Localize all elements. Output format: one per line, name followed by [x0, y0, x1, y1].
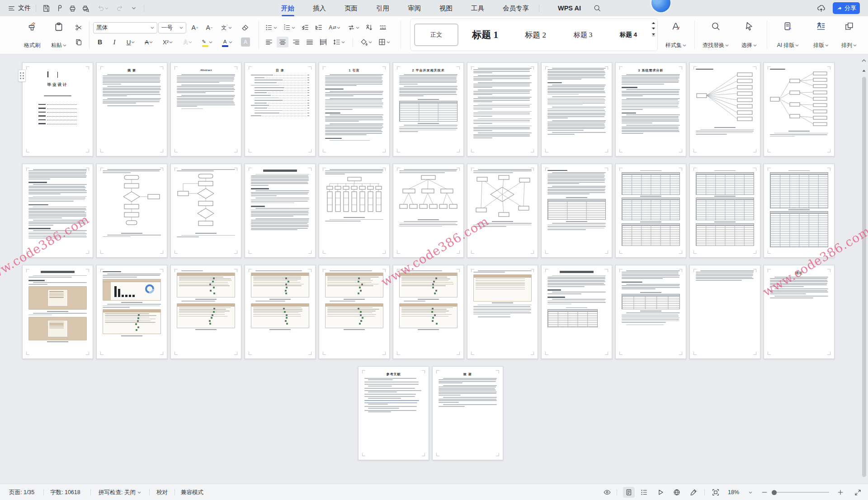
page-thumbnail-28[interactable] [393, 265, 464, 359]
decrease-font-button[interactable]: A− [203, 22, 215, 33]
outline-view-icon[interactable] [638, 487, 650, 498]
tab-wps-ai[interactable]: WPS AI [548, 0, 581, 16]
tab-引用[interactable]: 引用 [376, 0, 389, 16]
save-icon[interactable] [41, 3, 52, 13]
page-thumbnail-26[interactable] [245, 265, 316, 359]
tab-页面[interactable]: 页面 [344, 0, 358, 16]
increase-indent-button[interactable] [313, 22, 325, 33]
page-thumbnail-1[interactable]: 毕业设计 [22, 62, 93, 156]
align-left-button[interactable] [263, 37, 275, 47]
font-name-select[interactable]: 黑体 [93, 22, 157, 33]
web-view-icon[interactable] [671, 487, 683, 498]
undo-icon[interactable] [95, 3, 110, 13]
page-thumbnail-19[interactable] [541, 164, 612, 258]
page-thumbnail-9[interactable]: 3 系统需求分析 [615, 62, 686, 156]
find-replace-button[interactable]: 查找替换 [698, 19, 733, 52]
page-thumbnail-14[interactable] [170, 164, 241, 258]
decrease-indent-button[interactable] [299, 22, 311, 33]
underline-button[interactable]: U [123, 37, 138, 47]
ink-icon[interactable] [688, 487, 699, 498]
tab-开始[interactable]: 开始 [281, 0, 294, 16]
zoom-level[interactable]: 18% [728, 484, 739, 500]
text-effect-button[interactable]: A [180, 37, 195, 47]
tab-插入[interactable]: 插入 [313, 0, 326, 16]
fit-page-icon[interactable] [710, 487, 722, 498]
page-thumbnail-20[interactable] [615, 164, 686, 258]
fullscreen-icon[interactable] [852, 487, 863, 498]
vertical-scrollbar-thumb[interactable] [862, 77, 866, 477]
increase-font-button[interactable]: A+ [189, 22, 201, 33]
style-item-heading3[interactable]: 标题 3 [559, 31, 607, 39]
tab-视图[interactable]: 视图 [439, 0, 453, 16]
page-thumbnail-13[interactable] [96, 164, 167, 258]
page-thumbnail-18[interactable] [467, 164, 538, 258]
page-thumbnail-30[interactable] [541, 265, 612, 359]
clear-format-button[interactable] [239, 22, 251, 33]
quick-access-more-icon[interactable] [128, 3, 139, 13]
paste-button[interactable]: 粘贴 [47, 19, 71, 52]
word-count[interactable]: 字数: 10618 [50, 484, 80, 500]
page-thumbnail-7[interactable] [467, 62, 538, 156]
format-painter-button[interactable]: 格式刷 [19, 19, 45, 52]
italic-button[interactable]: I [108, 37, 120, 47]
page-thumbnail-21[interactable] [689, 164, 760, 258]
page-thumbnail-2[interactable]: 摘 要 [96, 62, 167, 156]
strikethrough-button[interactable]: A [141, 37, 156, 47]
shading-button[interactable] [358, 37, 373, 47]
align-right-button[interactable] [290, 37, 302, 47]
zoom-slider-thumb[interactable] [772, 490, 777, 495]
page-thumbnail-25[interactable] [170, 265, 241, 359]
arrange-button[interactable]: 排列 [836, 19, 862, 52]
page-thumbnail-33[interactable]: 结论 [764, 265, 835, 359]
tab-stops-button[interactable] [377, 22, 389, 33]
page-view-icon[interactable] [623, 487, 635, 498]
page-thumbnail-23[interactable] [22, 265, 93, 359]
char-scale-button[interactable]: A⇄ [326, 22, 343, 33]
page-thumbnail-11[interactable] [764, 62, 835, 156]
page-thumbnail-34[interactable]: 参考文献 [358, 366, 429, 460]
distribute-button[interactable] [317, 37, 329, 47]
proofread-button[interactable]: 校对 [156, 484, 168, 500]
avatar[interactable] [651, 0, 670, 12]
page-thumbnail-12[interactable] [22, 164, 93, 258]
zoom-dropdown-icon[interactable] [749, 484, 752, 500]
file-menu[interactable]: 文件 [18, 0, 31, 16]
eye-protect-icon[interactable] [601, 487, 613, 498]
print-preview-icon[interactable] [80, 3, 91, 13]
page-thumbnail-16[interactable] [319, 164, 390, 258]
style-item-heading4[interactable]: 标题 4 [607, 31, 650, 39]
justify-button[interactable] [304, 37, 316, 47]
bullets-button[interactable] [263, 22, 278, 33]
bold-button[interactable]: B [94, 37, 106, 47]
page-thumbnail-17[interactable] [393, 164, 464, 258]
page-thumbnail-8[interactable] [541, 62, 612, 156]
page-thumbnail-24[interactable] [96, 265, 167, 359]
play-view-icon[interactable] [655, 487, 666, 498]
page-thumbnail-35[interactable]: 致 谢 [432, 366, 503, 460]
ai-typeset-button[interactable]: AI 排版 [771, 19, 805, 52]
spellcheck-toggle[interactable]: 拼写检查: 关闭 [99, 484, 141, 500]
page-thumbnail-6[interactable]: 2 平台开发相关技术 [393, 62, 464, 156]
search-icon[interactable] [593, 0, 601, 16]
zoom-in-icon[interactable] [835, 487, 846, 498]
gallery-more-icon[interactable] [651, 33, 656, 36]
borders-button[interactable] [376, 37, 392, 47]
page-thumbnail-29[interactable] [467, 265, 538, 359]
page-thumbnail-32[interactable] [689, 265, 760, 359]
collapse-ribbon-icon[interactable] [861, 57, 867, 65]
share-button[interactable]: 分享 [833, 2, 860, 14]
tab-工具[interactable]: 工具 [471, 0, 484, 16]
gallery-scroll-up-icon[interactable] [651, 22, 656, 24]
line-spacing-button[interactable] [331, 37, 346, 47]
copy-button[interactable] [72, 37, 85, 47]
font-size-select[interactable]: 一号 [158, 22, 186, 33]
scroll-up-icon[interactable] [861, 67, 867, 75]
zoom-slider[interactable] [774, 492, 829, 493]
page-thumbnail-22[interactable] [764, 164, 835, 258]
page-thumbnail-5[interactable]: 1 引言 [319, 62, 390, 156]
page-thumbnail-3[interactable]: Abstract [170, 62, 241, 156]
page-thumbnail-27[interactable] [319, 265, 390, 359]
print-icon[interactable] [67, 3, 78, 13]
cloud-upload-icon[interactable] [816, 0, 826, 16]
gallery-scroll-down-icon[interactable] [651, 27, 656, 30]
